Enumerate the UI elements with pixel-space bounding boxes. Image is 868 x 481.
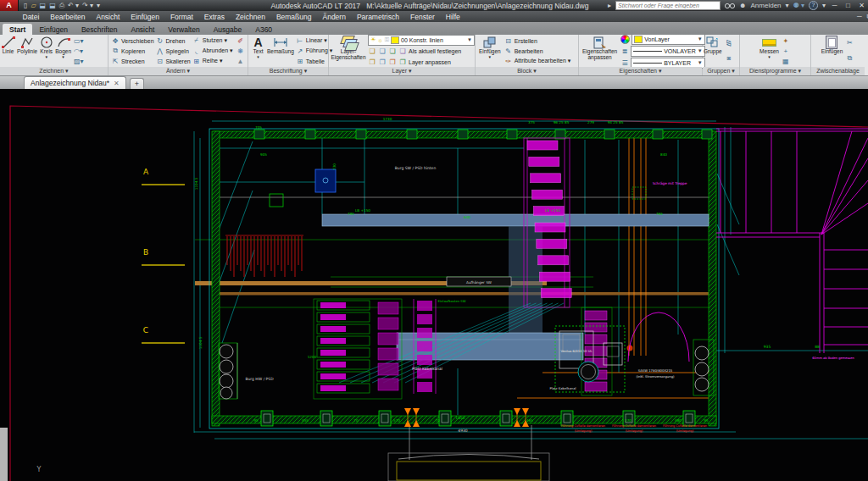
ribbon-tab-einfügen[interactable]: Einfügen <box>32 24 75 35</box>
menu-item-parametrisch[interactable]: Parametrisch <box>351 13 404 21</box>
ribbon-tab-ausgabe[interactable]: Ausgabe <box>207 24 249 35</box>
menu-item-hilfe[interactable]: Hilfe <box>440 13 465 21</box>
panel-label-aendern[interactable]: Ändern ▾ <box>108 67 248 75</box>
erase-icon[interactable]: ✐ <box>236 37 245 45</box>
plot-icon[interactable]: ⎙ <box>59 2 64 10</box>
user-icon[interactable]: ☻ <box>739 2 746 9</box>
undo-icon[interactable]: ↶ ▾ <box>68 2 79 9</box>
ribbon-tab-start[interactable]: Start <box>3 24 32 35</box>
open-file-icon[interactable]: ▱ <box>31 2 36 9</box>
rotate-button[interactable]: ↻Drehen <box>156 36 191 46</box>
layer-combo[interactable]: ☀ ☼ ⚿ 00 Konstr. linien ▼ <box>368 35 475 46</box>
scale-button[interactable]: ⊡Skalieren <box>156 56 191 66</box>
mirror-button[interactable]: ⋀Spiegeln <box>156 46 191 56</box>
new-document-tab-button[interactable]: + <box>130 78 144 89</box>
menu-item-zeichnen[interactable]: Zeichnen <box>230 13 270 21</box>
dimension-button[interactable]: Bemaßung <box>266 35 295 67</box>
panel-label-eigenschaften[interactable]: Eigenschaften ▾ <box>579 67 702 75</box>
stretch-button[interactable]: ⇱Strecken <box>111 56 154 66</box>
search-binoculars-icon[interactable] <box>725 2 735 9</box>
copy-button[interactable]: ⧉Kopieren <box>111 46 154 56</box>
help-caret-icon[interactable]: ▾ <box>822 2 826 9</box>
ellipse-tool-icon[interactable]: ◠▾ <box>74 47 82 55</box>
drawing-canvas[interactable]: ABCYBurg SW / PSD hintenBurg HW / PSDPla… <box>0 89 868 481</box>
array-button[interactable]: ⊞Reihe ▾ <box>192 56 233 66</box>
close-button[interactable]: ✕ <box>857 2 866 9</box>
ribbon-tab-verwalten[interactable]: Verwalten <box>161 24 206 35</box>
ribbon-tab-a360[interactable]: A360 <box>248 24 279 35</box>
block-attributes-button[interactable]: ✑Attribute bearbeiten ▾ <box>504 56 571 66</box>
block-edit-button[interactable]: ✎Bearbeiten <box>504 46 571 56</box>
fillet-button[interactable]: ◟Abrunden ▾ <box>192 46 233 56</box>
layer-match-button[interactable]: ❐❐❐❐ Layer anpassen <box>368 57 475 67</box>
hatch-tool-icon[interactable]: ▨▾ <box>74 58 82 65</box>
calculator-icon[interactable]: ▦ <box>782 58 790 65</box>
layer-make-current-button[interactable]: ❏❏❏❏ Als aktuell festlegen <box>368 47 475 57</box>
copy-clip-icon[interactable]: ⧉ <box>845 54 854 63</box>
redo-icon[interactable]: ↷ ▾ <box>82 2 93 9</box>
menu-item-datei[interactable]: Datei <box>17 13 45 21</box>
help-icon[interactable]: ? <box>809 1 818 10</box>
leader-button[interactable]: ↗Führung ▾ <box>296 46 333 56</box>
insert-block-button[interactable]: Einfügen▾ <box>478 35 502 67</box>
menu-item-ändern[interactable]: Ändern <box>317 13 351 21</box>
infocenter-arrow-icon[interactable]: ▸ <box>608 2 611 9</box>
paste-button[interactable]: Einfügen <box>821 35 844 67</box>
explode-icon[interactable]: ❋ <box>236 47 245 55</box>
line-button[interactable]: Linie <box>0 35 16 67</box>
menu-item-format[interactable]: Format <box>164 13 198 21</box>
document-tab-active[interactable]: Anlagezeichnung Nidau* ✕ <box>24 76 126 89</box>
panel-label-zwischenablage[interactable]: Zwischenablage <box>811 67 865 75</box>
signin-button[interactable]: Anmelden <box>751 2 782 9</box>
panel-label-beschriftung[interactable]: Beschriftung ▾ <box>248 67 328 75</box>
circle-button[interactable]: Kreis▾ <box>38 35 54 67</box>
ribbon-tab-beschriften[interactable]: Beschriften <box>75 24 125 35</box>
group-edit-icon[interactable]: ⧆ <box>725 54 733 63</box>
block-create-button[interactable]: ⊟Erstellen <box>504 36 571 46</box>
minimize-button[interactable]: ─ <box>830 2 839 9</box>
menu-item-bearbeiten[interactable]: Bearbeiten <box>45 13 91 21</box>
trim-button[interactable]: ⌿Stutzen ▾ <box>192 36 233 46</box>
group-button[interactable]: Gruppe <box>703 35 723 67</box>
move-button[interactable]: ✥Verschieben <box>111 36 154 46</box>
cut-icon[interactable]: ✂ <box>845 39 854 47</box>
table-button[interactable]: ⊞Tabelle <box>296 56 333 66</box>
arc-button[interactable]: Bogen▾ <box>54 35 72 67</box>
linear-button[interactable]: ⊢Linear ▾ <box>296 36 333 46</box>
id-point-icon[interactable]: + <box>782 47 790 55</box>
color-combo[interactable]: VonLayer▼ <box>632 34 705 45</box>
menu-item-einfügen[interactable]: Einfügen <box>125 13 165 21</box>
rectangle-tool-icon[interactable]: ▭▾ <box>74 37 82 45</box>
panel-label-block[interactable]: Block ▾ <box>476 67 578 75</box>
layer-properties-button[interactable]: Layer-Eigenschaften <box>331 35 365 67</box>
linetype-combo[interactable]: VONLAYER▼ <box>631 46 705 57</box>
fade-icon[interactable]: ▲ <box>236 58 245 65</box>
quick-select-icon[interactable]: ✦ <box>782 37 790 45</box>
menu-item-fenster[interactable]: Fenster <box>404 13 440 21</box>
svg-text:LB +150: LB +150 <box>545 208 560 213</box>
menu-item-ansicht[interactable]: Ansicht <box>91 13 125 21</box>
panel-label-layer[interactable]: Layer ▾ <box>329 67 475 75</box>
new-file-icon[interactable]: ▯ <box>24 2 27 9</box>
panel-label-zeichnen[interactable]: Zeichnen ▾ <box>0 67 108 75</box>
qat-customize-icon[interactable]: ▾ <box>97 2 100 9</box>
ungroup-icon[interactable]: ⧎ <box>725 39 733 47</box>
text-button[interactable]: A Text▾ <box>250 35 266 67</box>
save-as-icon[interactable]: ⬓ <box>49 2 56 9</box>
search-input[interactable] <box>615 1 721 10</box>
match-properties-button[interactable]: Eigenschaften anpassen <box>581 35 618 67</box>
panel-label-gruppen[interactable]: Gruppen ▾ <box>703 67 739 75</box>
document-tab-close-icon[interactable]: ✕ <box>114 80 120 87</box>
ribbon-tab-ansicht[interactable]: Ansicht <box>124 24 161 35</box>
doc-minimize-button[interactable]: ─ <box>857 13 862 21</box>
menu-item-bemaßung[interactable]: Bemaßung <box>270 13 317 21</box>
polyline-button[interactable]: Polylinie <box>16 35 38 67</box>
autocad-logo-icon[interactable]: A <box>0 0 19 11</box>
maximize-button[interactable]: □ <box>843 2 853 9</box>
measure-button[interactable]: Messen▾ <box>759 35 780 67</box>
save-icon[interactable]: ⬓ <box>40 2 47 9</box>
share-icon[interactable]: ⚉ ▾ <box>793 2 804 9</box>
menu-item-extras[interactable]: Extras <box>198 13 230 21</box>
panel-label-dienstprogramme[interactable]: Dienstprogramme ▾ <box>740 67 810 75</box>
signin-caret-icon[interactable]: ▾ <box>786 2 789 9</box>
